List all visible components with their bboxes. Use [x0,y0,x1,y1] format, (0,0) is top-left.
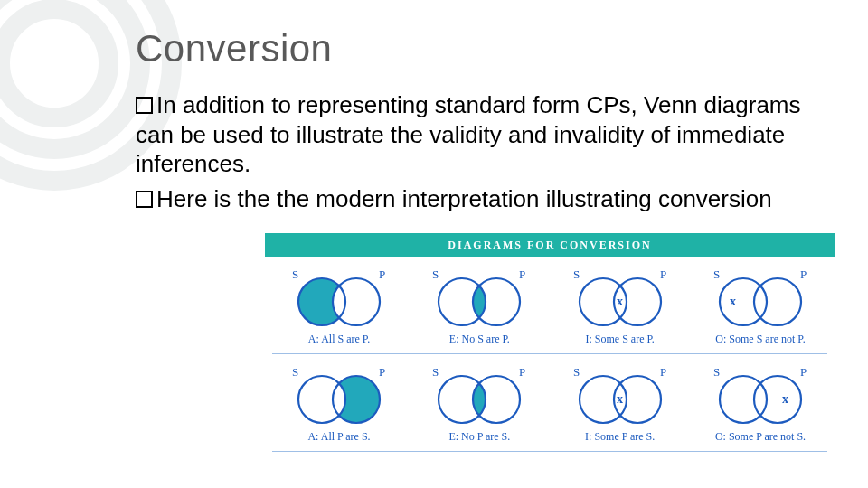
venn-O-top: x S P [693,264,827,332]
bullet-box-icon [136,97,153,114]
venn-A-top: S P [272,264,406,332]
svg-text:P: P [379,267,385,281]
svg-text:S: S [292,365,298,379]
venn-I-bottom: x S P [553,361,687,429]
svg-text:S: S [432,267,439,281]
cell-E-bottom: S P E: No P are S. [412,361,546,444]
svg-text:x: x [730,295,736,308]
bullet-1-text: In addition to representing standard for… [136,91,801,177]
caption-O-bottom: O: Some P are not S. [693,430,827,444]
svg-text:S: S [573,365,580,379]
venn-O-bottom: x S P [693,361,827,429]
svg-text:S: S [713,365,720,379]
bottom-divider [272,451,827,452]
cell-E-top: S P E: No S are P. [412,264,546,346]
svg-text:P: P [660,365,666,379]
svg-text:x: x [617,295,623,308]
venn-E-bottom: S P [412,361,546,429]
svg-text:P: P [800,365,807,379]
svg-text:S: S [292,267,298,281]
cell-I-top: x S P I: Some S are P. [553,264,687,346]
venn-A-bottom: S P [272,361,406,429]
conversion-diagram: DIAGRAMS FOR CONVERSION S P A: All S are… [265,233,835,452]
bullet-1: In addition to representing standard for… [136,90,841,179]
caption-I-bottom: I: Some P are S. [553,430,687,444]
body-text: In addition to representing standard for… [136,90,841,213]
cell-O-bottom: x S P O: Some P are not S. [693,361,827,444]
svg-text:P: P [800,267,807,281]
svg-text:x: x [782,392,788,406]
caption-O-top: O: Some S are not P. [693,333,827,346]
cell-I-bottom: x S P I: Some P are S. [553,361,687,444]
svg-text:x: x [617,392,623,406]
slide-title: Conversion [136,27,841,70]
svg-text:P: P [519,267,525,281]
svg-text:P: P [519,365,525,379]
venn-I-top: x S P [553,264,687,332]
venn-E-top: S P [412,264,546,332]
slide-container: Conversion In addition to representing s… [0,0,868,488]
svg-text:S: S [713,267,720,281]
bullet-2: Here is the the modern interpretation il… [136,184,841,214]
diagram-row-2: S P A: All P are S. S P [265,354,835,444]
svg-text:P: P [379,365,385,379]
caption-E-bottom: E: No P are S. [412,430,546,444]
cell-A-bottom: S P A: All P are S. [272,361,406,444]
cell-O-top: x S P O: Some S are not P. [693,264,827,346]
svg-text:S: S [573,267,580,281]
caption-I-top: I: Some S are P. [553,333,687,346]
caption-A-top: A: All S are P. [272,333,406,346]
cell-A-top: S P A: All S are P. [272,264,406,346]
diagram-banner: DIAGRAMS FOR CONVERSION [265,233,835,257]
caption-A-bottom: A: All P are S. [272,430,406,444]
svg-text:S: S [432,365,439,379]
bullet-2-text: Here is the the modern interpretation il… [156,185,772,212]
svg-text:P: P [660,267,666,281]
svg-point-49 [754,376,801,423]
svg-point-24 [754,278,801,325]
bullet-box-icon [136,191,153,208]
caption-E-top: E: No S are P. [412,333,546,346]
diagram-row-1: S P A: All S are P. S P [265,257,835,346]
